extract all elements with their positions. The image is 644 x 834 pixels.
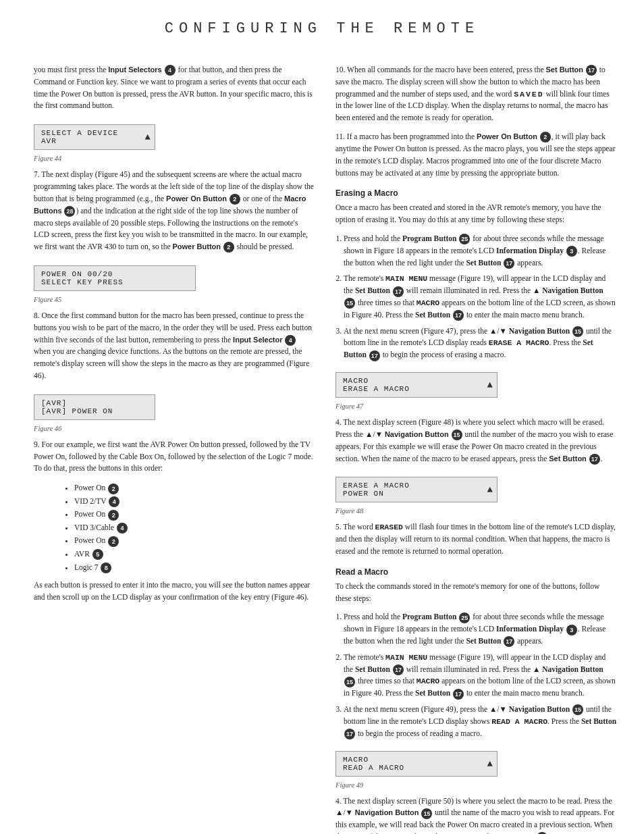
fig49-display: MACRO READ A MACRO ▲ <box>336 746 617 779</box>
list-item: Power On 2 <box>74 508 315 521</box>
circle-b2c: 2 <box>108 536 119 547</box>
figure-48-label: Figure 48 <box>336 507 617 515</box>
fig45-display: POWER ON 00/20 SELECT KEY PRESS <box>34 260 315 294</box>
circle-15d: 15 <box>344 677 355 687</box>
right-column: 10. When all commands for the macro have… <box>336 64 617 834</box>
list-item: VID 2/TV 4 <box>74 495 315 509</box>
para-8: 8. Once the first command button for the… <box>34 310 315 382</box>
circle-25a: 25 <box>459 234 470 244</box>
lcd-fig44-line2: AVR <box>41 137 148 145</box>
read-heading: Read a Macro <box>336 567 617 577</box>
button-list: Power On 2 VID 2/TV 4 Power On 2 VID 3/C… <box>34 481 315 574</box>
circle-17g: 17 <box>504 636 514 647</box>
circle-17f: 17 <box>589 454 600 465</box>
circle-15e: 15 <box>572 704 583 715</box>
circle-17i: 17 <box>453 689 464 700</box>
list-item: VID 3/Cable 4 <box>74 521 315 535</box>
circle-17d: 17 <box>453 310 464 321</box>
circle-25b: 25 <box>459 613 470 623</box>
erase-step-5: 5. The word ERASED will flash four times… <box>336 521 617 557</box>
circle-17h: 17 <box>393 664 404 675</box>
lcd-fig44: SELECT A DEVICE AVR ▲ <box>34 124 155 150</box>
list-item: AVR 5 <box>74 548 315 561</box>
para-11: 11. If a macro has been programmed into … <box>336 131 617 179</box>
content-area: you must first press the Input Selectors… <box>0 51 644 834</box>
circle-17b: 17 <box>504 258 514 269</box>
lcd-fig49-arrow: ▲ <box>487 758 493 769</box>
read-steps: Press and hold the Program Button 25 for… <box>336 611 617 739</box>
lcd-fig48-line1: ERASE A MACRO <box>343 481 490 490</box>
circle-b4: 4 <box>109 496 119 507</box>
lcd-fig46-line1: [AVR] <box>41 399 148 407</box>
figure-46-label: Figure 46 <box>34 425 315 432</box>
read-step-2: The remote's MAIN MENU message (Figure 1… <box>344 652 617 700</box>
circle-15a: 15 <box>344 298 355 309</box>
circle-b2: 2 <box>108 484 119 494</box>
circle-17c: 17 <box>393 286 404 297</box>
erase-step-3: At the next menu screen (Figure 47), pre… <box>344 325 617 361</box>
list-item: Power On 2 <box>74 534 315 548</box>
erase-steps: Press and hold the Program Button 25 for… <box>336 233 617 361</box>
figure-45-label: Figure 45 <box>34 296 315 303</box>
left-column: you must first press the Input Selectors… <box>34 64 315 834</box>
erase-step-4: 4. The next display screen (Figure 48) i… <box>336 417 617 465</box>
figure-47-label: Figure 47 <box>336 402 617 410</box>
read-step-4: 4. The next display screen (Figure 50) i… <box>336 796 617 835</box>
para-10: 10. When all commands for the macro have… <box>336 64 617 124</box>
intro-para: you must first press the Input Selectors… <box>34 64 315 112</box>
figure-44-label: Figure 44 <box>34 155 315 162</box>
list-item: Power On 2 <box>74 481 315 495</box>
circle-b4b: 4 <box>117 523 128 533</box>
circle-17j: 17 <box>344 729 355 739</box>
para-9b: As each button is pressed to enter it in… <box>34 579 315 604</box>
read-step-1: Press and hold the Program Button 25 for… <box>344 611 617 647</box>
lcd-fig49: MACRO READ A MACRO ▲ <box>336 751 498 777</box>
lcd-fig47-line1: MACRO <box>343 377 490 385</box>
circle-17a: 17 <box>586 65 597 76</box>
circle-3a: 3 <box>566 246 577 257</box>
circle-17e: 17 <box>369 350 380 361</box>
lcd-fig49-line2: READ A MACRO <box>343 764 490 772</box>
circle-4: 4 <box>165 65 176 76</box>
circle-15b: 15 <box>572 326 583 337</box>
para-9: 9. For our example, we first want the AV… <box>34 439 315 475</box>
circle-b2b: 2 <box>108 510 119 521</box>
erase-step-2: The remote's MAIN MENU message (Figure 1… <box>344 273 617 321</box>
list-item: Logic 7 8 <box>74 561 315 575</box>
circle-2a: 2 <box>230 194 240 205</box>
read-step-3: At the next menu screen (Figure 49), pre… <box>344 704 617 739</box>
erase-step-1: Press and hold the Program Button 25 for… <box>344 233 617 269</box>
read-intro: To check the commands stored in the remo… <box>336 581 617 605</box>
page-title: CONFIGURING THE REMOTE <box>0 20 644 37</box>
fig47-display: MACRO ERASE A MACRO ▲ <box>336 367 617 400</box>
circle-15c: 15 <box>452 429 462 440</box>
fig46-display: [AVR] [AVR] POWER ON <box>34 389 315 423</box>
figure-49-label: Figure 49 <box>336 781 617 789</box>
lcd-fig47: MACRO ERASE A MACRO ▲ <box>336 372 498 398</box>
page-container: CONFIGURING THE REMOTE you must first pr… <box>0 0 644 834</box>
circle-4b: 4 <box>285 335 296 346</box>
fig44-display: SELECT A DEVICE AVR ▲ <box>34 119 315 153</box>
lcd-fig47-arrow: ▲ <box>487 380 493 390</box>
circle-b8: 8 <box>101 563 111 573</box>
lcd-fig44-line1: SELECT A DEVICE <box>41 129 148 137</box>
lcd-fig45: POWER ON 00/20 SELECT KEY PRESS <box>34 265 196 291</box>
lcd-fig48-arrow: ▲ <box>487 484 493 495</box>
lcd-fig46: [AVR] [AVR] POWER ON <box>34 394 155 420</box>
erasing-heading: Erasing a Macro <box>336 188 617 198</box>
lcd-fig46-line2: [AVR] POWER ON <box>41 407 148 415</box>
lcd-fig47-line2: ERASE A MACRO <box>343 385 490 393</box>
fig48-display: ERASE A MACRO POWER ON ▲ <box>336 471 617 505</box>
lcd-fig49-line1: MACRO <box>343 756 490 764</box>
lcd-fig48: ERASE A MACRO POWER ON ▲ <box>336 477 498 502</box>
page-header: CONFIGURING THE REMOTE <box>0 0 644 51</box>
circle-2b: 2 <box>223 242 234 253</box>
circle-2c: 2 <box>540 132 551 142</box>
circle-15f: 15 <box>421 808 432 819</box>
lcd-fig45-line2: SELECT KEY PRESS <box>41 278 188 286</box>
erasing-intro: Once a macro has been created and stored… <box>336 202 617 226</box>
circle-3b: 3 <box>566 625 577 635</box>
lcd-fig45-line1: POWER ON 00/20 <box>41 270 188 278</box>
circle-28: 28 <box>64 206 75 217</box>
para-7: 7. The next display (Figure 45) and the … <box>34 169 315 253</box>
